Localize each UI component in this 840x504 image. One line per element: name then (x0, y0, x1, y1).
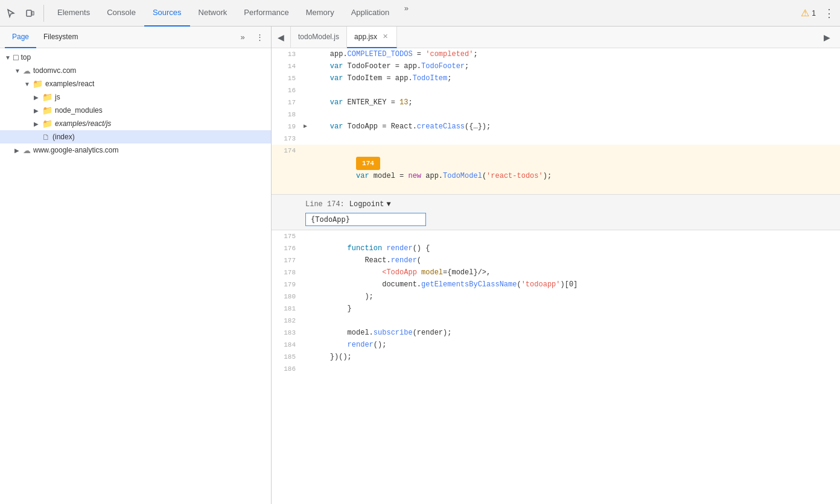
line-content-178: <TodoApp model={model}/>, (310, 266, 840, 279)
line-content-176: function render() { (310, 242, 840, 254)
folder-icon-node-modules: 📁 (42, 106, 52, 115)
tree-item-node-modules[interactable]: ▶ 📁 node_modules (0, 104, 271, 117)
code-area[interactable]: 13 app.COMPLETED_TODOS = 'completed'; 14… (272, 48, 840, 504)
more-tabs-left-icon[interactable]: » (236, 31, 249, 44)
line-num-173: 173 (272, 133, 301, 145)
code-line-176: 176 function render() { (272, 242, 840, 254)
code-line-182: 182 (272, 315, 840, 327)
code-line-178: 178 <TodoApp model={model}/>, (272, 266, 840, 279)
tree-label-index: (index) (52, 133, 75, 141)
line-content-183: model.subscribe(render); (310, 327, 840, 339)
tree-item-examples-react-js[interactable]: ▶ 📁 examples/react/js (0, 117, 271, 130)
line-num-15: 15 (272, 72, 301, 84)
logpoint-label: Line 174: Logpoint ▼ (305, 198, 806, 210)
tab-application[interactable]: Application (343, 0, 398, 27)
tree-item-top[interactable]: ▼ □ top (0, 51, 271, 64)
cursor-icon[interactable] (2, 5, 19, 22)
tree-item-js[interactable]: ▶ 📁 js (0, 90, 271, 104)
line-content-16 (310, 84, 840, 96)
tree-item-index[interactable]: ▶ 🗋 (index) (0, 130, 271, 143)
line-content-15: var TodoItem = app.TodoItem; (310, 72, 840, 84)
logpoint-panel: Line 174: Logpoint ▼ (272, 194, 840, 230)
warning-icon: ⚠ (801, 7, 809, 19)
line-num-186: 186 (272, 363, 301, 375)
line-content-174: 174 var model = new app.TodoModel('react… (310, 145, 840, 194)
folder-icon-examples-react: 📁 (33, 79, 43, 89)
code-line-183: 183 model.subscribe(render); (272, 327, 840, 339)
line-content-179: document.getElementsByClassName('todoapp… (310, 279, 840, 291)
file-tab-todomodel[interactable]: todoModel.js (291, 27, 347, 48)
line-content-182 (310, 315, 840, 327)
line-num-182: 182 (272, 315, 301, 327)
tree-label-js: js (55, 93, 60, 101)
tree-label-examples-react-js: examples/react/js (55, 119, 111, 128)
line-content-18 (310, 109, 840, 121)
line-content-14: var TodoFooter = app.TodoFooter; (310, 60, 840, 72)
line-num-180: 180 (272, 291, 301, 303)
line-num-178: 178 (272, 266, 301, 279)
collapse-panel-button[interactable]: ◀ (272, 27, 291, 48)
breakpoint-badge[interactable]: 174 (356, 157, 380, 170)
close-tab-appjsx-button[interactable]: ✕ (381, 33, 389, 41)
code-line-180: 180 ); (272, 291, 840, 303)
more-tabs-icon[interactable]: » (398, 0, 415, 17)
line-content-186 (310, 363, 840, 375)
tree-arrow-examples-react-js: ▶ (34, 121, 42, 127)
secondary-more: » ⋮ (236, 31, 266, 44)
tab-sources[interactable]: Sources (144, 0, 190, 27)
line-num-184: 184 (272, 339, 301, 351)
tree-label-google-analytics: www.google-analytics.com (33, 146, 118, 154)
code-line-179: 179 document.getElementsByClassName('tod… (272, 279, 840, 291)
svg-rect-0 (27, 10, 31, 16)
tree-arrow-js: ▶ (34, 94, 42, 101)
left-panel: Page Filesystem » ⋮ ▼ □ top ▼ ☁ todomvc.… (0, 27, 272, 504)
tab-performance[interactable]: Performance (235, 0, 297, 27)
line-content-184: render(); (310, 339, 840, 351)
file-tree[interactable]: ▼ □ top ▼ ☁ todomvc.com ▼ 📁 examples/rea… (0, 48, 271, 504)
line-arrow-19: ▶ (301, 121, 310, 133)
logpoint-dropdown-arrow: ▼ (386, 198, 390, 210)
file-icon-index: 🗋 (42, 133, 50, 142)
warning-count: 1 (812, 9, 816, 17)
code-line-15: 15 var TodoItem = app.TodoItem; (272, 72, 840, 84)
toolbar-icons (2, 5, 44, 22)
code-line-18: 18 (272, 109, 840, 121)
line-num-18: 18 (272, 109, 301, 121)
tree-label-top: top (21, 53, 31, 61)
line-num-17: 17 (272, 96, 301, 109)
device-icon[interactable] (22, 5, 39, 22)
tab-filesystem[interactable]: Filesystem (36, 27, 85, 48)
right-panel: ◀ todoModel.js app.jsx ✕ ▶ 13 app.COMPLE… (272, 27, 840, 504)
line-num-175: 175 (272, 230, 301, 242)
tab-page[interactable]: Page (5, 27, 36, 48)
logpoint-type-dropdown[interactable]: Logpoint ▼ (349, 198, 391, 210)
line-content-177: React.render( (310, 254, 840, 266)
tree-item-examples-react[interactable]: ▼ 📁 examples/react (0, 77, 271, 90)
file-tab-appjsx[interactable]: app.jsx ✕ (347, 27, 397, 48)
secondary-toolbar: Page Filesystem » ⋮ (0, 27, 271, 48)
line-content-19: var TodoApp = React.createClass({…}); (310, 121, 840, 133)
line-num-181: 181 (272, 303, 301, 315)
line-num-174: 174 (272, 145, 301, 157)
tree-arrow-node-modules: ▶ (34, 107, 42, 114)
more-menu-button[interactable]: ⋮ (821, 5, 838, 22)
warning-badge[interactable]: ⚠ 1 (801, 7, 816, 19)
code-line-181: 181 } (272, 303, 840, 315)
tab-network[interactable]: Network (190, 0, 236, 27)
tree-item-todomvc[interactable]: ▼ ☁ todomvc.com (0, 64, 271, 77)
code-line-175: 175 (272, 230, 840, 242)
devtools-toolbar: Elements Console Sources Network Perform… (0, 0, 840, 27)
tab-elements[interactable]: Elements (49, 0, 98, 27)
logpoint-type-label: Logpoint (349, 198, 384, 210)
expand-panel-button[interactable]: ▶ (818, 29, 835, 46)
tab-memory[interactable]: Memory (298, 0, 343, 27)
line-num-179: 179 (272, 279, 301, 291)
logpoint-expression-input[interactable] (305, 213, 426, 226)
logpoint-line-label: Line 174: (305, 198, 345, 210)
tree-item-google-analytics[interactable]: ▶ ☁ www.google-analytics.com (0, 143, 271, 157)
tree-arrow-todomvc: ▼ (14, 68, 23, 74)
tab-console[interactable]: Console (98, 0, 144, 27)
line-content-173 (310, 133, 840, 145)
more-menu-left-button[interactable]: ⋮ (253, 31, 266, 44)
main-layout: Page Filesystem » ⋮ ▼ □ top ▼ ☁ todomvc.… (0, 27, 840, 504)
